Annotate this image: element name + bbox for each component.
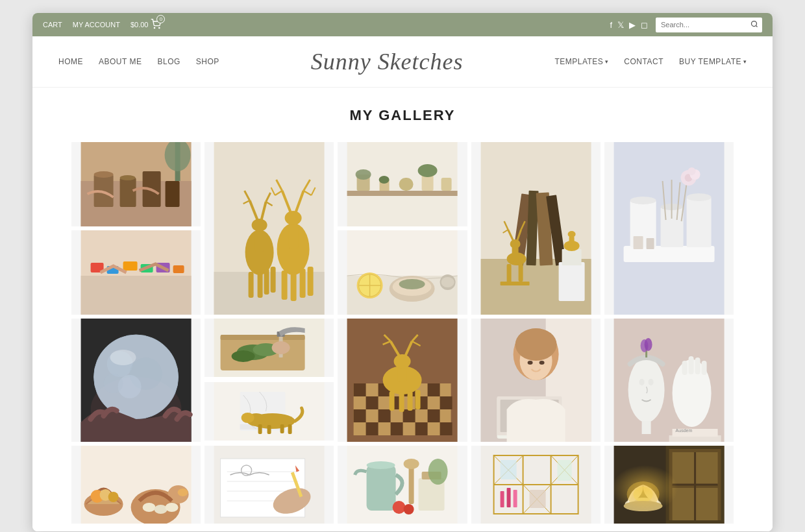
- instagram-icon[interactable]: ◻: [641, 20, 648, 30]
- nav-buy-template[interactable]: BUY TEMPLATE ▾: [679, 57, 747, 66]
- svg-point-207: [143, 503, 156, 512]
- svg-rect-154: [428, 409, 440, 422]
- svg-point-1: [159, 27, 160, 28]
- svg-point-206: [178, 489, 188, 496]
- svg-rect-36: [271, 267, 276, 293]
- gallery-item-15[interactable]: [204, 446, 334, 524]
- nav-blog[interactable]: BLOG: [157, 57, 180, 66]
- facebook-icon[interactable]: f: [610, 20, 612, 30]
- svg-rect-187: [641, 421, 650, 434]
- cart-badge: 0: [156, 15, 165, 23]
- svg-rect-35: [264, 269, 269, 295]
- svg-point-112: [687, 167, 695, 175]
- svg-point-72: [441, 277, 454, 287]
- gallery-item-2[interactable]: [71, 230, 201, 315]
- nav-templates[interactable]: TEMPLATES ▾: [554, 57, 608, 66]
- svg-point-136: [242, 413, 254, 423]
- svg-rect-53: [347, 191, 458, 196]
- svg-rect-192: [682, 361, 687, 375]
- svg-point-2: [752, 21, 757, 26]
- svg-rect-49: [291, 272, 297, 301]
- gallery-item-10[interactable]: [204, 382, 334, 441]
- svg-point-180: [515, 328, 556, 361]
- gallery-item-7[interactable]: [604, 142, 734, 315]
- gallery-item-18[interactable]: [604, 446, 734, 524]
- top-bar-right: f 𝕏 ▶ ◻: [610, 18, 762, 32]
- twitter-icon[interactable]: 𝕏: [617, 20, 624, 30]
- svg-point-55: [356, 169, 371, 180]
- svg-rect-153: [403, 409, 415, 422]
- svg-point-184: [628, 357, 664, 422]
- svg-rect-138: [267, 425, 271, 434]
- svg-point-120: [104, 374, 123, 393]
- gallery-item-11[interactable]: [338, 319, 467, 442]
- svg-rect-156: [391, 422, 403, 435]
- svg-point-81: [510, 239, 520, 248]
- svg-rect-194: [695, 357, 700, 374]
- my-account-link[interactable]: MY ACCOUNT: [73, 21, 120, 29]
- browser-window: CART MY ACCOUNT $0.00 0 f 𝕏 ▶ ◻: [32, 13, 773, 531]
- svg-point-10: [94, 171, 114, 178]
- cart-icon-wrap[interactable]: 0: [151, 19, 161, 30]
- svg-rect-124: [221, 335, 305, 340]
- svg-point-223: [367, 461, 395, 469]
- gallery-item-5[interactable]: [338, 230, 467, 315]
- svg-rect-170: [408, 391, 413, 411]
- svg-rect-61: [441, 178, 452, 191]
- svg-point-94: [567, 231, 575, 237]
- gallery-item-6[interactable]: [471, 142, 601, 315]
- svg-rect-244: [513, 490, 517, 507]
- cart-link[interactable]: CART: [43, 21, 62, 29]
- search-button[interactable]: [747, 18, 762, 32]
- gallery-item-16[interactable]: [338, 446, 467, 524]
- cart-price: $0.00: [130, 21, 149, 29]
- svg-rect-150: [440, 396, 452, 409]
- svg-rect-245: [500, 460, 516, 479]
- svg-point-0: [155, 27, 155, 28]
- gallery-item-1[interactable]: [71, 142, 201, 226]
- svg-rect-99: [686, 197, 711, 247]
- svg-point-229: [404, 504, 414, 514]
- svg-rect-90: [558, 262, 584, 301]
- gallery-item-12[interactable]: [471, 319, 601, 442]
- svg-rect-146: [428, 383, 440, 396]
- gallery-item-4[interactable]: [338, 142, 467, 226]
- chevron-down-icon: ▾: [605, 58, 608, 65]
- svg-rect-91: [562, 249, 581, 265]
- nav-contact[interactable]: CONTACT: [624, 57, 663, 66]
- gallery-item-9[interactable]: [204, 319, 334, 377]
- nav-templates-label[interactable]: TEMPLATES: [554, 57, 603, 66]
- svg-point-225: [404, 459, 419, 469]
- gallery-item-8[interactable]: [71, 319, 201, 442]
- social-icons: f 𝕏 ▶ ◻: [610, 20, 648, 30]
- gallery-item-14[interactable]: [71, 446, 201, 524]
- svg-rect-155: [366, 422, 378, 435]
- gallery-item-3[interactable]: [204, 142, 334, 315]
- nav-about[interactable]: ABOUT ME: [99, 57, 142, 66]
- svg-rect-25: [255, 230, 264, 252]
- svg-rect-51: [308, 267, 314, 296]
- nav-home[interactable]: HOME: [58, 57, 83, 66]
- svg-rect-93: [569, 236, 574, 248]
- svg-rect-48: [282, 271, 288, 300]
- svg-rect-140: [288, 424, 292, 434]
- search-input[interactable]: [656, 19, 747, 30]
- svg-rect-152: [378, 409, 391, 422]
- site-logo[interactable]: Sunny Sketches: [219, 48, 555, 75]
- svg-point-228: [393, 501, 406, 514]
- svg-point-230: [428, 459, 448, 485]
- nav-right: TEMPLATES ▾ CONTACT BUY TEMPLATE ▾: [554, 57, 747, 66]
- svg-point-26: [252, 219, 267, 232]
- chevron-down-icon-2: ▾: [743, 58, 747, 65]
- nav-buy-template-label[interactable]: BUY TEMPLATE: [679, 57, 741, 66]
- svg-point-208: [155, 505, 167, 514]
- svg-point-39: [285, 211, 302, 225]
- youtube-icon[interactable]: ▶: [629, 20, 636, 30]
- nav-shop[interactable]: SHOP: [196, 57, 219, 66]
- gallery-item-17[interactable]: [471, 446, 601, 524]
- svg-point-11: [120, 175, 136, 180]
- svg-rect-195: [701, 361, 706, 375]
- svg-rect-246: [529, 490, 545, 508]
- svg-rect-242: [500, 491, 504, 507]
- gallery-item-13[interactable]: Ausdem: [604, 319, 734, 442]
